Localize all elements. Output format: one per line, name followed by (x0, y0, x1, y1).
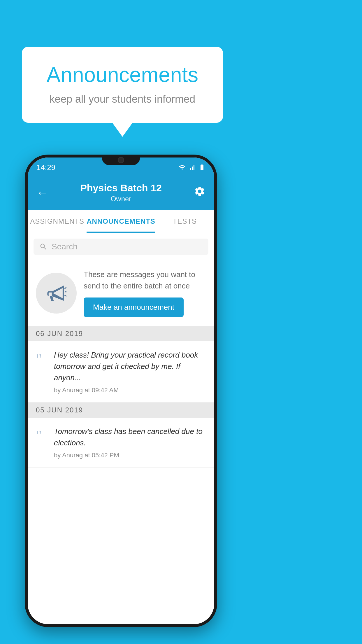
announcement-promo: These are messages you want to send to t… (28, 260, 214, 326)
megaphone-icon (46, 283, 66, 303)
announcement-item-1[interactable]: " Hey class! Bring your practical record… (28, 341, 214, 402)
date-divider-2: 05 JUN 2019 (28, 402, 214, 418)
settings-button[interactable] (194, 186, 205, 200)
tab-assignments[interactable]: ASSIGNMENTS (28, 210, 87, 233)
announcement-item-2[interactable]: " Tomorrow's class has been cancelled du… (28, 418, 214, 468)
status-icons (179, 164, 205, 171)
announcement-text-2: Tomorrow's class has been cancelled due … (54, 426, 206, 449)
svg-line-0 (64, 287, 66, 288)
header-title-area: Physics Batch 12 Owner (80, 182, 162, 203)
date-divider-1: 06 JUN 2019 (28, 326, 214, 341)
announcement-text-1: Hey class! Bring your practical record b… (54, 349, 206, 384)
gear-icon (194, 186, 205, 197)
signal-icon (189, 164, 196, 171)
quote-icon-2: " (36, 428, 48, 443)
announcement-content-2: Tomorrow's class has been cancelled due … (54, 426, 206, 459)
back-button[interactable]: ← (36, 186, 48, 199)
batch-title: Physics Batch 12 (80, 182, 162, 194)
phone-screen: 14:29 ← (28, 158, 214, 624)
tab-announcements[interactable]: ANNOUNCEMENTS (87, 210, 155, 233)
svg-line-2 (64, 295, 66, 296)
announcement-meta-2: by Anurag at 05:42 PM (54, 452, 206, 459)
search-placeholder-text: Search (52, 242, 78, 251)
phone-device: 14:29 ← (25, 155, 217, 627)
speech-bubble: Announcements keep all your students inf… (22, 47, 223, 123)
quote-icon-1: " (36, 352, 48, 366)
make-announcement-button[interactable]: Make an announcement (84, 298, 184, 317)
announcement-meta-1: by Anurag at 09:42 AM (54, 386, 206, 394)
phone-notch (102, 155, 140, 165)
bubble-subtitle: keep all your students informed (39, 93, 205, 105)
announcement-content-1: Hey class! Bring your practical record b… (54, 349, 206, 394)
promo-description: These are messages you want to send to t… (84, 269, 206, 292)
promo-content: These are messages you want to send to t… (84, 269, 206, 317)
batch-role: Owner (80, 195, 162, 203)
tabs-bar: ASSIGNMENTS ANNOUNCEMENTS TESTS (28, 210, 214, 233)
search-icon (39, 243, 48, 251)
bubble-title: Announcements (39, 63, 205, 87)
search-container: Search (28, 233, 214, 260)
tab-tests[interactable]: TESTS (155, 210, 214, 233)
battery-icon (198, 164, 205, 171)
app-header: ← Physics Batch 12 Owner (28, 175, 214, 210)
search-input[interactable]: Search (34, 239, 208, 255)
front-camera (118, 157, 124, 163)
wifi-icon (179, 164, 186, 171)
promo-icon-circle (36, 273, 77, 314)
status-time: 14:29 (36, 163, 55, 172)
